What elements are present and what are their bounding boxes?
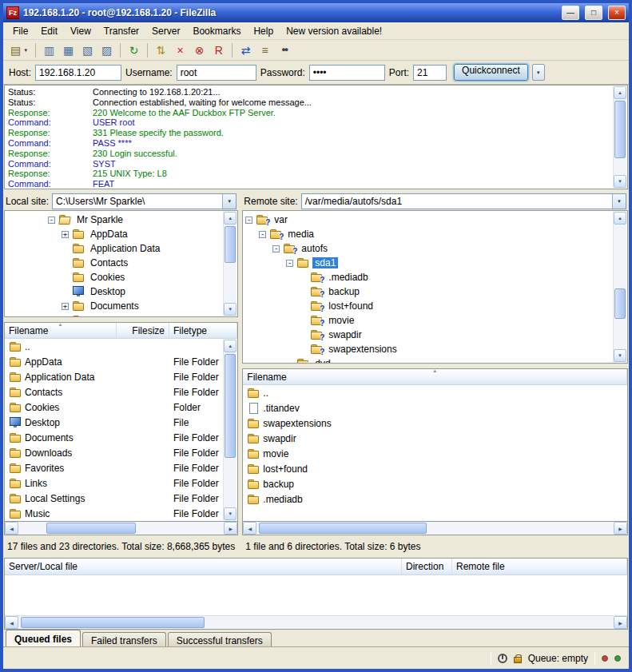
- tree-item-mediadb[interactable]: +?.mediadb: [245, 270, 612, 284]
- scrollbar-thumb[interactable]: [225, 226, 236, 263]
- scrollbar-thumb[interactable]: [259, 523, 427, 534]
- port-input[interactable]: [413, 65, 447, 81]
- expand-icon[interactable]: +: [62, 231, 69, 238]
- site-manager-button[interactable]: ▤▼: [7, 42, 31, 59]
- toggle-message-log-button[interactable]: ▥: [40, 42, 58, 59]
- file-row-titandev[interactable]: .titandev: [243, 400, 627, 416]
- tree-item-backup[interactable]: +?backup: [245, 284, 612, 299]
- scroll-down-icon[interactable]: ▼: [224, 507, 237, 520]
- file-row-favorites[interactable]: FavoritesFile Folder: [5, 460, 224, 475]
- queue-horizontal-scrollbar[interactable]: ◀ ▶: [5, 615, 627, 629]
- column-header-server-local-file[interactable]: Server/Local file: [5, 559, 402, 575]
- file-row-links[interactable]: LinksFile Folder: [5, 475, 224, 491]
- scroll-left-icon[interactable]: ◀: [5, 522, 18, 535]
- tree-item-sda1[interactable]: -sda1: [245, 256, 612, 270]
- collapse-icon[interactable]: -: [48, 217, 55, 224]
- scrollbar-thumb[interactable]: [614, 101, 626, 158]
- password-input[interactable]: [309, 65, 385, 81]
- toggle-remote-tree-button[interactable]: ▧: [78, 42, 97, 59]
- file-row-lost-found[interactable]: lost+found: [243, 461, 627, 476]
- scroll-up-icon[interactable]: ▲: [614, 212, 626, 225]
- menu-item-new-version-available[interactable]: New version available!: [280, 23, 388, 39]
- combo-dropdown-icon[interactable]: ▼: [612, 194, 626, 209]
- tree-item-var[interactable]: -?var: [245, 213, 612, 227]
- scrollbar-thumb[interactable]: [46, 523, 136, 534]
- reconnect-button[interactable]: R: [209, 42, 228, 59]
- column-header-filesize[interactable]: Filesize: [117, 323, 169, 338]
- maximize-button[interactable]: □: [585, 6, 602, 20]
- combo-dropdown-icon[interactable]: ▼: [222, 194, 236, 209]
- tree-item-downloads[interactable]: +Downloads: [7, 313, 222, 317]
- scroll-up-icon[interactable]: ▲: [224, 212, 237, 225]
- remote-horizontal-scrollbar[interactable]: ◀ ▶: [242, 522, 628, 535]
- column-header-remote-file[interactable]: Remote file: [452, 559, 627, 575]
- scrollbar-thumb[interactable]: [614, 288, 626, 319]
- expand-icon[interactable]: +: [62, 317, 69, 318]
- tree-item-autofs[interactable]: -?autofs: [245, 241, 612, 256]
- scroll-up-icon[interactable]: ▲: [614, 86, 626, 99]
- tab-successful-transfers[interactable]: Successful transfers: [168, 632, 272, 646]
- local-tree-scrollbar[interactable]: ▲ ▼: [223, 212, 237, 316]
- file-row-swapextensions[interactable]: swapextensions: [243, 416, 627, 431]
- tree-item-swapdir[interactable]: +?swapdir: [245, 328, 612, 342]
- menu-item-edit[interactable]: Edit: [34, 23, 64, 39]
- host-input[interactable]: [35, 65, 121, 81]
- tree-item-mr-sparkle[interactable]: -Mr Sparkle: [7, 213, 222, 227]
- file-row-local-settings[interactable]: Local SettingsFile Folder: [5, 491, 224, 506]
- collapse-icon[interactable]: -: [286, 260, 293, 267]
- scroll-left-icon[interactable]: ◀: [5, 616, 18, 629]
- scrollbar-thumb[interactable]: [225, 354, 236, 458]
- local-path-combo[interactable]: C:\Users\Mr Sparkle\ ▼: [52, 193, 237, 209]
- tab-failed-transfers[interactable]: Failed transfers: [82, 632, 166, 646]
- menu-item-help[interactable]: Help: [247, 23, 280, 39]
- remote-path-combo[interactable]: /var/media/autofs/sda1 ▼: [301, 193, 626, 209]
- minimize-button[interactable]: —: [562, 6, 579, 20]
- tree-item-media[interactable]: -?media: [245, 227, 612, 241]
- expand-icon[interactable]: +: [62, 303, 69, 310]
- close-button[interactable]: ×: [608, 6, 626, 20]
- column-header-filename[interactable]: ▲Filename: [5, 323, 117, 338]
- file-row-downloads[interactable]: DownloadsFile Folder: [5, 445, 224, 460]
- scroll-down-icon[interactable]: ▼: [614, 175, 626, 188]
- tree-item-dvd[interactable]: +?dvd: [245, 356, 612, 364]
- scroll-right-icon[interactable]: ▶: [614, 616, 627, 629]
- file-row-desktop[interactable]: DesktopFile: [5, 415, 224, 430]
- username-input[interactable]: [177, 65, 256, 81]
- tab-queued-files[interactable]: Queued files: [6, 630, 81, 646]
- tree-item-application-data[interactable]: +Application Data: [7, 241, 222, 256]
- cancel-button[interactable]: ×: [171, 42, 189, 59]
- menu-item-server[interactable]: Server: [145, 23, 186, 39]
- disconnect-button[interactable]: ⊗: [190, 42, 209, 59]
- toggle-local-tree-button[interactable]: ▦: [59, 42, 78, 59]
- file-row-cookies[interactable]: CookiesFolder: [5, 400, 224, 415]
- scroll-up-icon[interactable]: ▲: [224, 340, 237, 352]
- menu-item-bookmarks[interactable]: Bookmarks: [186, 23, 247, 39]
- file-row-item[interactable]: ..: [243, 385, 627, 400]
- tree-item-documents[interactable]: +Documents: [7, 299, 222, 313]
- tree-item-desktop[interactable]: +Desktop: [7, 284, 222, 299]
- quickconnect-dropdown-icon[interactable]: ▼: [532, 64, 545, 81]
- scroll-left-icon[interactable]: ◀: [243, 522, 256, 535]
- remote-tree-scrollbar[interactable]: ▲ ▼: [613, 212, 626, 362]
- file-row-item[interactable]: ..: [5, 339, 224, 354]
- process-queue-button[interactable]: ⇅: [152, 42, 170, 59]
- log-scrollbar[interactable]: ▲ ▼: [613, 86, 626, 188]
- tree-item-movie[interactable]: +?movie: [245, 313, 612, 328]
- encryption-icon[interactable]: [514, 657, 522, 663]
- file-row-appdata[interactable]: AppDataFile Folder: [5, 354, 224, 369]
- tree-item-cookies[interactable]: +Cookies: [7, 270, 222, 284]
- file-row-documents[interactable]: DocumentsFile Folder: [5, 430, 224, 445]
- column-header-filename[interactable]: ▲Filename: [243, 369, 627, 384]
- compare-button[interactable]: ⇄: [237, 42, 255, 59]
- collapse-icon[interactable]: -: [259, 231, 266, 238]
- local-list-scrollbar[interactable]: ▲ ▼: [223, 340, 237, 520]
- sync-browsing-button[interactable]: ≡: [256, 42, 274, 59]
- tree-item-lost-found[interactable]: +?lost+found: [245, 299, 612, 313]
- scroll-right-icon[interactable]: ▶: [614, 522, 627, 535]
- scrollbar-thumb[interactable]: [21, 617, 205, 628]
- file-row-backup[interactable]: backup: [243, 476, 627, 491]
- column-header-filetype[interactable]: Filetype: [169, 323, 237, 338]
- file-row-mediadb[interactable]: .mediadb: [243, 491, 627, 507]
- quickconnect-button[interactable]: Quickconnect: [454, 64, 528, 81]
- menu-item-transfer[interactable]: Transfer: [97, 23, 145, 39]
